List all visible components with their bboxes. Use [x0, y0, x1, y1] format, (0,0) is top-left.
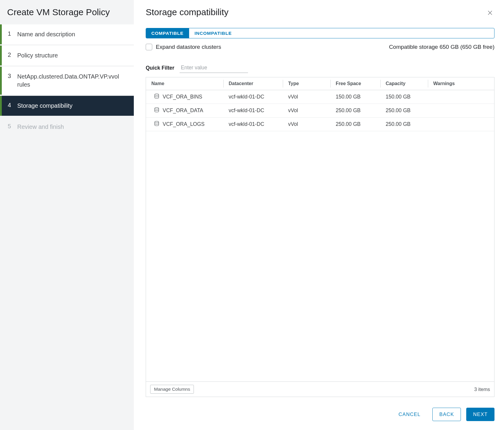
col-type[interactable]: Type	[283, 77, 330, 90]
page-title: Storage compatibility	[146, 4, 494, 28]
quick-filter-input[interactable]	[180, 63, 248, 73]
wizard-sidebar: Create VM Storage Policy 1Name and descr…	[0, 0, 134, 430]
cell-datacenter: vcf-wkld-01-DC	[223, 104, 283, 117]
cell-name: VCF_ORA_BINS	[146, 90, 223, 104]
datastore-name: VCF_ORA_DATA	[163, 107, 203, 114]
tab-compatible[interactable]: COMPATIBLE	[146, 28, 189, 38]
cancel-button[interactable]: CANCEL	[392, 408, 427, 421]
cell-capacity: 250.00 GB	[380, 104, 428, 117]
item-count: 3 items	[474, 387, 490, 392]
next-button[interactable]: NEXT	[466, 408, 494, 421]
step-label: Name and description	[17, 30, 75, 38]
cell-type: vVol	[283, 118, 330, 130]
wizard-step-2[interactable]: 2Policy structure	[0, 46, 134, 65]
wizard-step-5: 5Review and finish	[0, 117, 134, 137]
svg-point-0	[155, 94, 158, 95]
cell-free-space: 250.00 GB	[330, 118, 380, 130]
compatibility-tabs: COMPATIBLE INCOMPATIBLE	[146, 28, 494, 38]
step-number: 2	[8, 51, 16, 58]
datastore-icon	[154, 107, 160, 114]
step-label: Review and finish	[17, 123, 64, 131]
cell-type: vVol	[283, 104, 330, 117]
datastore-icon	[154, 121, 160, 128]
datastore-icon	[154, 93, 160, 101]
tab-incompatible[interactable]: INCOMPATIBLE	[189, 28, 237, 38]
cell-datacenter: vcf-wkld-01-DC	[223, 118, 283, 130]
dialog-footer: CANCEL BACK NEXT	[146, 397, 494, 421]
close-button[interactable]	[485, 8, 495, 19]
cell-name: VCF_ORA_LOGS	[146, 118, 223, 131]
wizard-step-1[interactable]: 1Name and description	[0, 24, 134, 44]
wizard-title: Create VM Storage Policy	[0, 4, 134, 24]
cell-capacity: 150.00 GB	[380, 91, 428, 103]
step-number: 5	[8, 123, 16, 130]
step-label: Policy structure	[17, 51, 58, 60]
datastore-name: VCF_ORA_LOGS	[163, 121, 205, 127]
svg-point-2	[155, 121, 158, 123]
table-row[interactable]: VCF_ORA_LOGSvcf-wkld-01-DCvVol250.00 GB2…	[146, 118, 494, 131]
cell-type: vVol	[283, 91, 330, 103]
wizard-step-3[interactable]: 3NetApp.clustered.Data.ONTAP.VP.vvol rul…	[0, 67, 134, 95]
col-free-space[interactable]: Free Space	[330, 77, 380, 90]
col-datacenter[interactable]: Datacenter	[223, 77, 283, 90]
step-label: NetApp.clustered.Data.ONTAP.VP.vvol rule…	[17, 73, 129, 89]
step-number: 1	[8, 30, 16, 37]
cell-free-space: 250.00 GB	[330, 104, 380, 117]
cell-datacenter: vcf-wkld-01-DC	[223, 91, 283, 103]
col-capacity[interactable]: Capacity	[380, 77, 428, 90]
compatible-storage-summary: Compatible storage 650 GB (650 GB free)	[389, 44, 494, 50]
step-number: 4	[8, 102, 16, 109]
close-icon	[487, 12, 493, 17]
cell-warnings	[428, 108, 494, 114]
cell-free-space: 150.00 GB	[330, 91, 380, 103]
svg-point-1	[155, 107, 158, 109]
expand-clusters-option[interactable]: Expand datastore clusters	[146, 44, 221, 50]
wizard-step-4[interactable]: 4Storage compatibility	[0, 96, 134, 116]
quick-filter-label: Quick Filter	[146, 65, 174, 71]
col-warnings[interactable]: Warnings	[428, 77, 494, 90]
col-name[interactable]: Name	[146, 77, 223, 90]
create-vm-storage-policy-dialog: Create VM Storage Policy 1Name and descr…	[0, 0, 504, 430]
expand-clusters-label: Expand datastore clusters	[156, 44, 221, 50]
table-row[interactable]: VCF_ORA_BINSvcf-wkld-01-DCvVol150.00 GB1…	[146, 90, 494, 104]
expand-clusters-checkbox[interactable]	[146, 44, 152, 50]
manage-columns-button[interactable]: Manage Columns	[150, 385, 194, 394]
cell-name: VCF_ORA_DATA	[146, 104, 223, 117]
step-label: Storage compatibility	[17, 102, 73, 110]
back-button[interactable]: BACK	[432, 408, 461, 421]
main-panel: Storage compatibility COMPATIBLE INCOMPA…	[134, 0, 504, 430]
table-row[interactable]: VCF_ORA_DATAvcf-wkld-01-DCvVol250.00 GB2…	[146, 104, 494, 118]
cell-warnings	[428, 121, 494, 127]
cell-capacity: 250.00 GB	[380, 118, 428, 130]
cell-warnings	[428, 94, 494, 100]
datastore-table: Name Datacenter Type Free Space Capacity…	[146, 77, 494, 397]
table-header-row: Name Datacenter Type Free Space Capacity…	[146, 77, 494, 90]
step-number: 3	[8, 73, 16, 79]
datastore-name: VCF_ORA_BINS	[163, 94, 202, 100]
